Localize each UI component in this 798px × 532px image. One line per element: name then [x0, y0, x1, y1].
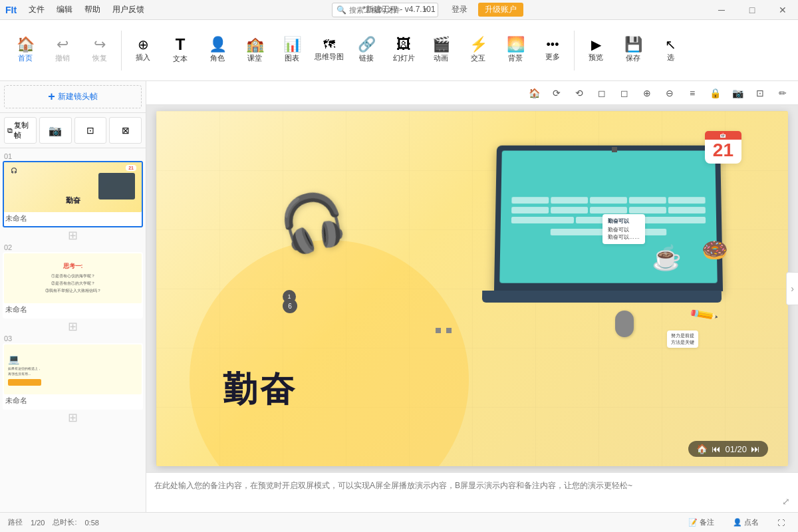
toolbar-redo[interactable]: ↪ 恢复 — [81, 35, 118, 66]
titlebar: FIt 文件 编辑 帮助 用户反馈 *新建工程 - v4.7.101 🔍 ▼ 登… — [0, 0, 798, 20]
toolbar-interact-label: 交互 — [471, 53, 485, 63]
slide-main-title[interactable]: 勤奋 — [223, 366, 297, 413]
new-scene-button[interactable]: + 新建镜头帧 — [4, 85, 142, 108]
toolbar-more[interactable]: ••• 更多 — [534, 36, 571, 65]
toolbar-redo-label: 恢复 — [92, 53, 107, 63]
toolbar-slides[interactable]: 🖼 幻灯片 — [385, 35, 422, 66]
toolbar-insert[interactable]: ⊕ 插入 — [124, 35, 162, 65]
login-button[interactable]: 登录 — [445, 3, 474, 17]
slide-name: 未命名 — [4, 394, 142, 408]
canvas-undo-button[interactable]: ⟳ — [548, 84, 565, 102]
slide-list: 01 🎧 21 勤奋 未命名 ⊞ — [0, 148, 146, 512]
frame-icon-1: ⊡ — [86, 125, 94, 136]
minimize-button[interactable]: ─ — [706, 0, 737, 20]
notes-input[interactable] — [154, 479, 790, 506]
canvas-camera-button[interactable]: 📷 — [729, 84, 746, 102]
toolbar-home[interactable]: 🏠 首页 — [7, 35, 44, 66]
playbar: 路径 1/20 总时长: 0:58 📝 备注 👤 点名 ⛶ — [0, 512, 798, 532]
animation-icon: 🎬 — [432, 37, 450, 52]
canvas-home-button[interactable]: 🏠 — [525, 84, 543, 102]
canvas-lock-button[interactable]: 🔒 — [706, 84, 724, 102]
canvas-redo-button[interactable]: ⟲ — [571, 84, 588, 102]
right-panel-toggle[interactable]: › — [786, 272, 798, 305]
slide-controls — [436, 328, 452, 333]
calendar-element: 📅 21 — [705, 131, 741, 164]
canvas-edit-button[interactable]: ✏ — [774, 84, 791, 102]
roll-icon: 👤 — [733, 518, 742, 527]
classroom-icon: 🏫 — [246, 37, 264, 52]
menu-edit[interactable]: 编辑 — [51, 3, 78, 17]
canvas-wrapper[interactable]: 📅 21 🎧 — [146, 105, 798, 472]
mindmap-icon: 🗺 — [323, 39, 335, 51]
slide-thumbnail[interactable]: 💻 如果有这些的检选上， 再强也没有用... 未命名 — [3, 343, 143, 410]
canvas-frame-1-button[interactable]: ◻ — [593, 84, 610, 102]
interact-icon: ⚡ — [469, 37, 487, 52]
toolbar-mindmap-label: 思维导图 — [315, 52, 344, 62]
separator-icon: ⊞ — [68, 228, 78, 243]
main-area: + 新建镜头帧 ⧉ 复制帧 📷 ⊡ ⊠ 01 — [0, 81, 798, 512]
slide-preview: 思考一: ①是否有心仪的海学呢？ ②是否有自己的大学呢？ ③我有不举报让入大致相… — [4, 253, 142, 303]
canvas-zoom-out-button[interactable]: ⊖ — [661, 84, 678, 102]
roll-call-button[interactable]: 👤 点名 — [728, 516, 764, 529]
notes-expand-button[interactable]: ⤢ — [782, 496, 790, 507]
background-icon: 🌅 — [507, 37, 525, 52]
note-element-1: 勤奋可以 勤奋可以 勤奋可以…… — [602, 214, 645, 244]
new-scene-label: 新建镜头帧 — [58, 91, 98, 102]
toolbar-classroom[interactable]: 🏫 课堂 — [236, 35, 273, 66]
path-label: 路径 — [8, 517, 23, 527]
maximize-button[interactable]: □ — [737, 0, 767, 20]
slide2-title: 思考一: — [63, 262, 83, 271]
text-icon: T — [176, 37, 186, 53]
counter-page: 01/20 — [725, 444, 747, 454]
menu-file[interactable]: 文件 — [23, 3, 50, 17]
toolbar-character[interactable]: 👤 角色 — [199, 35, 236, 66]
fullscreen-button[interactable]: ⛶ — [772, 517, 790, 528]
toolbar-interact[interactable]: ⚡ 交互 — [460, 35, 497, 66]
toolbar-preview[interactable]: ▶ 预览 — [577, 35, 614, 65]
toolbar-undo[interactable]: ↩ 撤销 — [44, 35, 81, 66]
slide-preview: 💻 如果有这些的检选上， 再强也没有用... — [4, 344, 142, 394]
notes-button[interactable]: 📝 备注 — [683, 516, 720, 529]
playback-counter[interactable]: 🏠 ⏮ 01/20 ⏭ — [688, 441, 768, 457]
slides-icon: 🖼 — [396, 37, 411, 52]
upgrade-button[interactable]: 升级账户 — [478, 3, 523, 17]
copy-frame-button[interactable]: ⧉ 复制帧 — [4, 117, 37, 144]
toolbar-home-label: 首页 — [18, 53, 33, 63]
menu-feedback[interactable]: 用户反馈 — [107, 3, 150, 17]
toolbar-background[interactable]: 🌅 背景 — [497, 35, 534, 66]
sidebar-top: + 新建镜头帧 — [0, 81, 146, 113]
frame-tool-1-button[interactable]: ⊡ — [74, 117, 107, 144]
camera-button[interactable]: 📷 — [39, 117, 72, 144]
toolbar-insert-label: 插入 — [136, 53, 150, 63]
frame-tool-2-button[interactable]: ⊠ — [109, 117, 142, 144]
toolbar-divider-1 — [121, 31, 122, 70]
path-value: 1/20 — [31, 519, 45, 527]
slide-thumbnail[interactable]: 🎧 21 勤奋 未命名 — [3, 161, 143, 227]
close-button[interactable]: ✕ — [767, 0, 798, 20]
toolbar-animation-label: 动画 — [434, 53, 448, 63]
preview-icon: ▶ — [591, 38, 601, 51]
toolbar-divider-2 — [574, 31, 575, 70]
coffee-element: ☕ — [652, 244, 682, 272]
slide-number: 02 — [3, 242, 143, 252]
toolbar-preview-label: 预览 — [589, 53, 603, 63]
canvas-frame-button[interactable]: ⊡ — [751, 84, 769, 102]
slide-name: 未命名 — [4, 303, 142, 317]
slide-canvas[interactable]: 📅 21 🎧 — [156, 111, 788, 466]
toolbar-link[interactable]: 🔗 链接 — [348, 35, 385, 66]
slide-thumbnail[interactable]: 思考一: ①是否有心仪的海学呢？ ②是否有自己的大学呢？ ③我有不举报让入大致相… — [3, 252, 143, 319]
canvas-frame-2-button[interactable]: ◻ — [616, 84, 633, 102]
roll-btn-label: 点名 — [744, 517, 759, 527]
toolbar-chart[interactable]: 📊 图表 — [273, 35, 311, 66]
toolbar-chart-label: 图表 — [285, 53, 299, 63]
canvas-grid-button[interactable]: ≡ — [684, 84, 701, 102]
counter-home-icon: 🏠 — [696, 444, 708, 454]
canvas-zoom-in-button[interactable]: ⊕ — [638, 84, 656, 102]
plus-icon: + — [48, 90, 55, 104]
toolbar-text[interactable]: T 文本 — [162, 34, 199, 66]
toolbar-mindmap[interactable]: 🗺 思维导图 — [311, 36, 348, 65]
toolbar-animation[interactable]: 🎬 动画 — [422, 35, 460, 66]
menu-help[interactable]: 帮助 — [79, 3, 106, 17]
toolbar-select[interactable]: ↖ 选 — [652, 35, 689, 65]
toolbar-save[interactable]: 💾 保存 — [614, 35, 652, 66]
